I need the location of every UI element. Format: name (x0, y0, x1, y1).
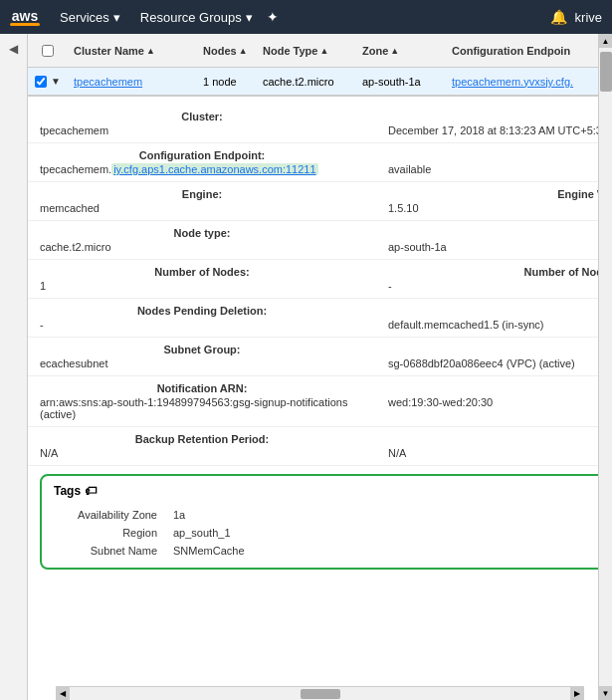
scroll-down-button[interactable]: ▼ (599, 686, 613, 700)
select-all-checkbox[interactable] (42, 45, 54, 57)
engine-version-value: 1.5.10 (388, 202, 598, 214)
horizontal-scrollbar[interactable]: ◀ ▶ (56, 686, 584, 700)
sidebar-toggle[interactable]: ◀ (0, 34, 28, 700)
col-nodes[interactable]: Nodes ▲ (197, 45, 257, 57)
content-panel: Cluster Name ▲ Nodes ▲ Node Type ▲ Zone … (28, 34, 598, 700)
row-cluster-name: tpecachemem (68, 76, 197, 88)
tags-label: Tags (54, 484, 81, 498)
resource-groups-label: Resource Groups (140, 10, 242, 25)
cluster-value: tpecachemem (40, 124, 364, 136)
row-nodes: 1 node (197, 76, 257, 88)
resource-groups-chevron-icon: ▾ (246, 10, 253, 25)
scroll-up-button[interactable]: ▲ (599, 34, 613, 48)
aws-logo: aws (10, 9, 40, 26)
col-node-type-label: Node Type (263, 45, 317, 57)
nodes-pending-creation-section: Number of Nodes Pending Creation: - (376, 260, 598, 299)
backup-window-label: Backup Window: (388, 433, 598, 445)
endpoint-link[interactable]: tpecachemem.yvxsjy.cfg. (452, 76, 573, 88)
sort-node-type-icon: ▲ (319, 46, 328, 56)
resource-groups-menu[interactable]: Resource Groups ▾ (130, 0, 263, 34)
param-group-value: default.memcached1.5 (in-sync) (388, 319, 598, 331)
notification-arn-value: arn:aws:sns:ap-south-1:194899794563:gsg-… (40, 396, 364, 420)
col-zone[interactable]: Zone ▲ (356, 45, 446, 57)
bell-icon[interactable]: 🔔 (550, 9, 567, 25)
horizontal-scroll-thumb[interactable] (301, 689, 340, 699)
availability-zones-label: Availability Zones: (388, 227, 598, 239)
col-zone-label: Zone (362, 45, 388, 57)
nodes-pending-del-value: - (40, 319, 364, 331)
config-endpoint-section: Configuration Endpoint: tpecachemem.iy.c… (28, 143, 376, 182)
config-endpoint-value: tpecachemem.iy.cfg.aps1.cache.amazonaws.… (40, 163, 364, 175)
bookmark-icon[interactable]: ✦ (267, 9, 279, 25)
num-nodes-value: 1 (40, 280, 364, 292)
nodes-pending-del-label: Nodes Pending Deletion: (40, 305, 364, 317)
engine-section: Engine: memcached (28, 182, 376, 221)
node-type-section: Node type: cache.t2.micro (28, 221, 376, 260)
notification-arn-section: Notification ARN: arn:aws:sns:ap-south-1… (28, 376, 376, 427)
detail-grid: Cluster: tpecachemem Creation Time: Dece… (28, 105, 598, 466)
tag-val-0: 1a (173, 509, 185, 521)
services-menu[interactable]: Services ▾ (50, 0, 130, 34)
status-section: Status: available (376, 143, 598, 182)
vertical-scroll-thumb[interactable] (600, 52, 612, 92)
backup-window-value: N/A (388, 447, 598, 459)
row-expand-icon[interactable]: ▼ (51, 76, 61, 87)
backup-window-section: Backup Window: N/A (376, 427, 598, 466)
row-checkbox[interactable] (35, 76, 47, 88)
detail-panel: Cluster: tpecachemem Creation Time: Dece… (28, 96, 598, 585)
row-node-type: cache.t2.micro (257, 76, 356, 88)
cluster-section: Cluster: tpecachemem (28, 105, 376, 143)
nodes-pending-creation-label: Number of Nodes Pending Creation: (388, 266, 598, 278)
maintenance-window-section: Maintenance Window: wed:19:30-wed:20:30 (376, 376, 598, 427)
user-label[interactable]: krive (575, 10, 602, 25)
navbar: aws Services ▾ Resource Groups ▾ ✦ 🔔 kri… (0, 0, 612, 34)
backup-retention-label: Backup Retention Period: (40, 433, 364, 445)
scroll-left-button[interactable]: ◀ (56, 687, 70, 701)
num-nodes-label: Number of Nodes: (40, 266, 364, 278)
table-row: ▼ tpecachemem 1 node cache.t2.micro ap-s… (28, 68, 598, 96)
engine-label: Engine: (40, 188, 364, 200)
col-cluster-name[interactable]: Cluster Name ▲ (68, 45, 197, 57)
param-group-label: Parameter Group: (388, 305, 598, 317)
num-nodes-section: Number of Nodes: 1 (28, 260, 376, 299)
col-config-endpoint: Configuration Endpoin (446, 45, 598, 57)
tags-icon: 🏷 (85, 484, 97, 498)
aws-logo-text: aws (12, 9, 38, 23)
scroll-right-button[interactable]: ▶ (570, 687, 584, 701)
col-config-endpoint-label: Configuration Endpoin (452, 45, 570, 57)
col-node-type[interactable]: Node Type ▲ (257, 45, 356, 57)
tag-val-2: SNMemCache (173, 545, 245, 557)
sort-nodes-icon: ▲ (239, 46, 248, 56)
tag-key-2: Subnet Name (54, 545, 173, 557)
subnet-group-section: Subnet Group: ecachesubnet (28, 338, 376, 376)
config-endpoint-plain: tpecachemem. (40, 163, 111, 175)
param-group-section: Parameter Group: default.memcached1.5 (i… (376, 299, 598, 338)
creation-time-section: Creation Time: December 17, 2018 at 8:13… (376, 105, 598, 143)
creation-time-value: December 17, 2018 at 8:13:23 AM UTC+5:30 (388, 124, 598, 136)
tags-box: Tags 🏷 Availability Zone 1a Region ap_so… (40, 474, 598, 570)
maintenance-window-label: Maintenance Window: (388, 382, 598, 394)
config-endpoint-link[interactable]: iy.cfg.aps1.cache.amazonaws.com:11211 (111, 163, 317, 175)
table-header: Cluster Name ▲ Nodes ▲ Node Type ▲ Zone … (28, 34, 598, 68)
row-endpoint: tpecachemem.yvxsjy.cfg. (446, 76, 598, 88)
cluster-name-link[interactable]: tpecachemem (74, 76, 142, 88)
engine-version-section: Engine Version Compatibility: 1.5.10 (376, 182, 598, 221)
aws-logo-bar (10, 23, 40, 26)
vertical-scrollbar[interactable]: ▲ ▼ (598, 34, 612, 700)
services-label: Services (60, 10, 109, 25)
availability-zones-value: ap-south-1a (388, 241, 598, 253)
backup-retention-section: Backup Retention Period: N/A (28, 427, 376, 466)
sidebar-toggle-arrow-icon: ◀ (9, 42, 18, 56)
node-type-label: Node type: (40, 227, 364, 239)
status-label: Status: (388, 149, 598, 161)
security-group-value: sg-0688dbf20a086eec4 (VPC) (active) (388, 357, 598, 369)
tags-row-1: Region ap_south_1 (54, 524, 598, 542)
availability-zones-section: Availability Zones: ap-south-1a (376, 221, 598, 260)
row-checkbox-cell: ▼ (28, 76, 68, 88)
tag-key-1: Region (54, 527, 173, 539)
sort-zone-icon: ▲ (390, 46, 399, 56)
col-nodes-label: Nodes (203, 45, 237, 57)
tags-row-2: Subnet Name SNMemCache (54, 542, 598, 560)
nodes-pending-del-section: Nodes Pending Deletion: - (28, 299, 376, 338)
tags-row-0: Availability Zone 1a (54, 506, 598, 524)
